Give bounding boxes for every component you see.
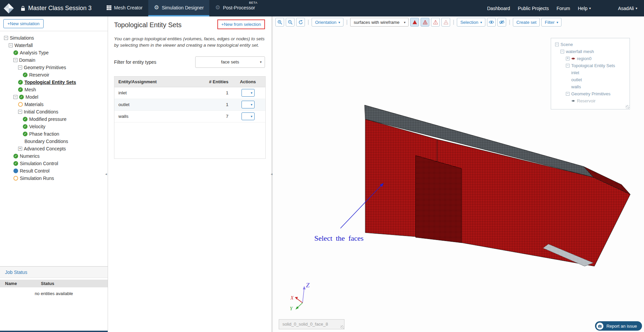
zoom-in-button[interactable] [275, 18, 284, 27]
scene-node-scene[interactable]: −Scene [552, 41, 628, 48]
show-volumes-button[interactable] [410, 18, 419, 27]
zoom-out-button[interactable] [286, 18, 294, 27]
collapse-icon[interactable]: − [13, 58, 17, 62]
scene-node-region0[interactable]: +region0 [552, 55, 628, 62]
collapse-icon[interactable]: − [555, 43, 559, 46]
scene-node-outlet[interactable]: outlet [552, 76, 628, 83]
eye-icon[interactable] [571, 99, 575, 102]
job-status-title[interactable]: Job Status [0, 266, 108, 278]
collapse-icon[interactable]: − [18, 110, 22, 114]
collapse-icon[interactable]: − [18, 65, 22, 69]
entity-actions-dropdown[interactable]: ▾ [241, 101, 255, 108]
orientation-button[interactable]: Orientation ▾ [312, 18, 343, 27]
collapse-icon[interactable]: − [566, 64, 570, 67]
entity-count: 1 [192, 90, 230, 95]
viewer-toolbar: | Orientation ▾ | surfaces with wirefram… [275, 18, 561, 27]
sidebar-collapse-handle[interactable]: ◀ [105, 173, 107, 176]
nav-forum[interactable]: Forum [556, 6, 570, 11]
tree-item-boundary-conditions[interactable]: Boundary Conditions [0, 138, 108, 145]
show-edges-button[interactable] [431, 18, 440, 27]
show-faces-button[interactable] [421, 18, 429, 27]
nav-user-menu[interactable]: AsadAli▾ [618, 6, 638, 11]
report-issue-button[interactable]: Report an issue [595, 321, 642, 331]
entity-actions-dropdown[interactable]: ▾ [241, 89, 255, 97]
eye-icon[interactable] [571, 57, 575, 60]
tree-item-analysis-type[interactable]: ✓Analysis Type [0, 49, 108, 56]
tree-item-mesh[interactable]: ✓Mesh [0, 86, 108, 93]
project-title[interactable]: Master Class Session 3 [28, 5, 92, 12]
tree-item-model[interactable]: −✓Model [0, 93, 108, 101]
tree-item-waterfall[interactable]: −Waterfall [0, 42, 108, 49]
entity-set-row-walls[interactable]: walls7▾ [114, 111, 265, 123]
selection-button[interactable]: Selection ▾ [457, 18, 485, 27]
toolbar-separator: | [308, 19, 309, 26]
scene-node-label: Geometry Primitives [571, 91, 610, 96]
scene-node-geometry-primitives[interactable]: −Geometry Primitives [552, 90, 628, 97]
tree-item-reservoir[interactable]: ✓Reservoir [0, 71, 108, 79]
show-selected-button[interactable] [487, 18, 496, 27]
expand-icon[interactable]: + [566, 57, 570, 60]
entity-set-name: walls [114, 114, 192, 119]
entity-set-row-inlet[interactable]: inlet1▾ [114, 87, 265, 99]
tree-item-label: Boundary Conditions [24, 139, 68, 144]
entity-type-filter-select[interactable]: face sets ▾ [195, 56, 265, 68]
tree-item-modified-pressure[interactable]: ✓Modified pressure [0, 115, 108, 123]
entity-sets-table-body: inlet1▾outlet1▾walls7▾ [114, 87, 265, 123]
expand-icon[interactable]: + [18, 147, 22, 151]
tree-item-simulation-runs[interactable]: Simulation Runs [0, 175, 108, 182]
collapse-icon[interactable]: − [13, 95, 17, 99]
nav-public-projects[interactable]: Public Projects [518, 6, 549, 11]
nav-help-menu[interactable]: Help▾ [578, 6, 591, 11]
check-icon: ✓ [13, 154, 18, 158]
scene-node-reservoir[interactable]: Reservoir [552, 97, 628, 104]
tree-item-simulations[interactable]: −Simulations [0, 34, 108, 42]
entity-set-row-outlet[interactable]: outlet1▾ [114, 99, 265, 111]
hide-selected-button[interactable] [497, 18, 506, 27]
tree-item-phase-fraction[interactable]: ✓Phase fraction [0, 130, 108, 138]
gears-icon: ⚙ [154, 5, 159, 10]
tree-item-materials[interactable]: Materials [0, 101, 108, 108]
tree-item-label: Model [25, 94, 38, 100]
tree-item-numerics[interactable]: ✓Numerics [0, 152, 108, 160]
scene-node-waterfall-mesh[interactable]: −waterfall mesh [552, 48, 628, 55]
nav-dashboard[interactable]: Dashboard [487, 6, 510, 11]
tree-item-geometry-primitives[interactable]: −Geometry Primitives [0, 64, 108, 71]
entity-actions-dropdown[interactable]: ▾ [241, 112, 255, 120]
tree-item-topological-entity-sets[interactable]: ✓Topological Entity Sets [0, 79, 108, 86]
mesh-notch-face[interactable] [416, 155, 462, 243]
tree-item-domain[interactable]: −Domain [0, 56, 108, 64]
scene-node-topological-entity-sets[interactable]: −Topological Entity Sets [552, 62, 628, 69]
new-simulation-button[interactable]: +New simulation [3, 19, 44, 28]
app-logo[interactable] [0, 0, 17, 16]
tab-simulation-designer[interactable]: ⚙ Simulation Designer [148, 0, 210, 16]
collapse-icon[interactable]: − [4, 36, 8, 40]
panel-collapse-handle[interactable]: ◀ [271, 173, 272, 176]
scene-tree-panel[interactable]: −Scene−waterfall mesh+region0−Topologica… [551, 38, 630, 109]
collapse-icon[interactable]: − [566, 92, 570, 96]
tree-item-result-control[interactable]: Result Control [0, 167, 108, 175]
tree-item-simulation-control[interactable]: ✓Simulation Control [0, 160, 108, 167]
filter-button[interactable]: Filter ▾ [541, 18, 561, 27]
scene-node-label: region0 [577, 56, 591, 61]
tab-mesh-creator[interactable]: Mesh Creator [101, 0, 148, 16]
tree-item-velocity[interactable]: ✓Velocity [0, 123, 108, 130]
collapse-icon[interactable]: − [560, 50, 564, 53]
solid-triangle-icon [412, 20, 417, 25]
app-tabs: Mesh Creator ⚙ Simulation Designer BETA … [101, 0, 261, 16]
tree-item-advanced-concepts[interactable]: +Advanced Concepts [0, 145, 108, 152]
create-set-button[interactable]: Create set [513, 18, 540, 27]
tab-label: Mesh Creator [114, 5, 143, 10]
viewport-3d-area[interactable]: Select the faces Z X Y [273, 16, 644, 332]
render-mode-select[interactable]: surfaces with wireframe ▾ [350, 18, 409, 27]
reset-view-button[interactable] [296, 18, 305, 27]
scene-node-inlet[interactable]: inlet [552, 69, 628, 76]
tree-item-label: Domain [19, 57, 35, 63]
new-from-selection-button[interactable]: +New from selection [217, 19, 265, 29]
scene-node-walls[interactable]: walls [552, 83, 628, 90]
tree-item-label: Topological Entity Sets [24, 80, 76, 85]
show-nodes-button[interactable] [441, 18, 450, 27]
new-simulation-wrap: +New simulation [0, 16, 108, 31]
tree-item-initial-conditions[interactable]: −Initial Conditions [0, 108, 108, 115]
collapse-icon[interactable]: − [9, 43, 13, 47]
tab-post-processor[interactable]: BETA ⚙ Post-Processor [209, 0, 261, 16]
